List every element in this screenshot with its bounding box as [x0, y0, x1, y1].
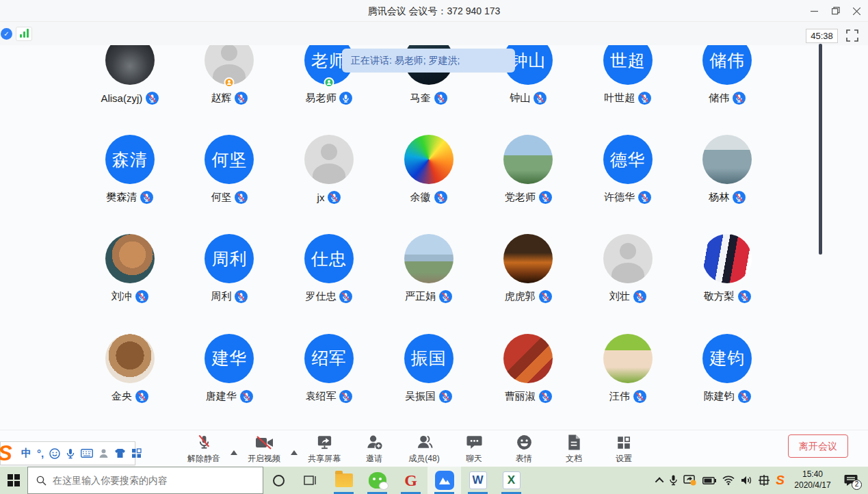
toolbar-docs-button[interactable]: 文档	[555, 433, 593, 465]
vertical-scrollbar[interactable]	[819, 44, 822, 255]
toolbar-video-caret[interactable]	[291, 450, 298, 455]
ime-punctuation-toggle[interactable]: °,	[37, 447, 44, 459]
participant-tile[interactable]: 绍军袁绍军	[279, 334, 379, 430]
ime-emoji-icon[interactable]	[49, 448, 60, 459]
close-button[interactable]	[845, 0, 868, 22]
ime-skin-icon[interactable]	[114, 448, 126, 458]
participant-avatar	[603, 234, 653, 283]
taskbar-sogou-browser[interactable]: G	[394, 467, 428, 494]
taskbar-wechat[interactable]	[360, 467, 394, 494]
participant-name: 许德华	[604, 191, 635, 204]
participant-tile[interactable]: 建华唐建华	[180, 334, 280, 430]
ime-voice-icon[interactable]	[66, 448, 75, 459]
avatar-initials: 绍军	[311, 347, 347, 369]
participant-tile[interactable]: 余徽	[379, 135, 479, 234]
participant-name: 何坚	[211, 191, 231, 204]
fullscreen-button[interactable]	[846, 29, 858, 42]
taskbar-clock[interactable]: 15:40 2020/4/17	[791, 469, 834, 491]
participant-tile[interactable]: 杨林	[678, 135, 778, 234]
unmute-icon	[196, 433, 213, 452]
participant-tile[interactable]: 汪伟	[578, 334, 678, 430]
participant-tile[interactable]: 严正娟	[379, 234, 479, 333]
taskbar-file-explorer[interactable]	[327, 467, 360, 494]
ime-account-icon[interactable]	[98, 448, 109, 458]
participant-tile[interactable]: 曹丽淑	[478, 334, 578, 430]
participant-tile[interactable]: 建钧陈建钧	[678, 334, 778, 430]
wifi-icon[interactable]	[722, 476, 735, 485]
participant-tile[interactable]: 振国吴振国	[379, 334, 479, 430]
participant-tile[interactable]: 周利周利	[180, 234, 280, 333]
taskbar-word[interactable]: W	[461, 467, 495, 494]
volume-icon[interactable]	[741, 476, 752, 485]
mic-muted-icon	[733, 191, 746, 204]
participant-name-row: 曹丽淑	[505, 390, 552, 403]
network-signal-icon[interactable]	[16, 27, 32, 41]
taskbar-search[interactable]	[27, 467, 263, 494]
participant-tile[interactable]: 森清樊森清	[80, 135, 180, 234]
start-button[interactable]	[0, 467, 27, 494]
participant-name-row: 金央	[111, 390, 148, 403]
participant-name-row: 周利	[211, 290, 248, 303]
tray-microphone-icon[interactable]	[670, 475, 677, 486]
participant-tile[interactable]: 德华许德华	[578, 135, 678, 234]
participant-tile[interactable]: 世超叶世超	[578, 45, 678, 135]
avatar-photo	[404, 135, 453, 184]
mic-muted-icon	[235, 191, 248, 204]
participant-name: 吴振国	[405, 390, 436, 403]
participant-tile[interactable]: 何坚何坚	[180, 135, 280, 234]
taskbar-tencent-meeting[interactable]	[428, 467, 461, 494]
participant-tile[interactable]: 党老师	[478, 135, 578, 234]
toolbar-share-button[interactable]: 共享屏幕	[305, 433, 343, 465]
minimize-button[interactable]	[802, 0, 826, 22]
participant-tile[interactable]: 刘壮	[578, 234, 678, 333]
sogou-logo-icon[interactable]: S	[0, 442, 12, 465]
toolbar-invite-button[interactable]: 邀请	[355, 433, 393, 465]
maximize-icon	[832, 7, 840, 15]
participant-tile[interactable]: 赵辉	[180, 45, 280, 135]
tray-display-share-icon[interactable]	[683, 475, 696, 486]
ime-indicator-icon[interactable]	[759, 475, 770, 486]
tray-sogou-icon[interactable]: S	[776, 473, 785, 488]
action-center-button[interactable]: 2	[841, 467, 861, 494]
tray-chevron-up-icon[interactable]	[657, 478, 663, 484]
avatar-placeholder-icon	[304, 135, 354, 184]
toolbar-unmute-button[interactable]: 解除静音	[185, 433, 223, 465]
leave-meeting-button[interactable]: 离开会议	[788, 434, 848, 458]
toolbar-settings-button[interactable]: 设置	[605, 433, 643, 465]
mic-muted-icon	[434, 92, 447, 105]
toolbar-emoji-button[interactable]: 表情	[505, 433, 543, 465]
participant-tile[interactable]: 储伟储伟	[678, 45, 778, 135]
participant-tile[interactable]: jx	[279, 135, 379, 234]
participant-name-row: 刘壮	[609, 290, 646, 303]
mic-muted-icon	[633, 390, 646, 403]
participant-name-row: 余徽	[410, 191, 447, 204]
search-input[interactable]	[53, 475, 244, 486]
ime-mode-toggle[interactable]: 中	[21, 447, 31, 460]
participant-tile[interactable]: 虎虎郭	[478, 234, 578, 333]
participant-avatar	[603, 334, 653, 383]
maximize-button[interactable]	[824, 0, 847, 22]
participant-name: 罗仕忠	[305, 290, 336, 303]
cortana-button[interactable]	[263, 467, 293, 494]
task-view-button[interactable]	[295, 467, 324, 494]
ime-toolbox-icon[interactable]	[131, 448, 142, 458]
toolbar-unmute-caret[interactable]	[231, 450, 237, 455]
toolbar-members-button[interactable]: 成员(48)	[405, 433, 443, 465]
participant-tile[interactable]: 敬方梨	[678, 234, 778, 333]
participant-name-row: jx	[317, 191, 341, 204]
participant-tile[interactable]: 刘冲	[80, 234, 180, 333]
participant-tile[interactable]: 金央	[80, 334, 180, 430]
ime-keyboard-icon[interactable]	[81, 449, 93, 458]
meeting-security-icon[interactable]: ✓	[1, 28, 12, 40]
participant-name-row: 马奎	[410, 92, 447, 105]
toolbar-chat-button[interactable]: 聊天	[455, 433, 493, 465]
toolbar-label: 共享屏幕	[308, 453, 341, 465]
taskbar-excel[interactable]: X	[495, 467, 528, 494]
toolbar-video-button[interactable]: 开启视频	[245, 433, 283, 465]
participant-tile[interactable]: Alisa(zyj)	[80, 45, 180, 135]
participant-avatar	[503, 234, 553, 283]
speaking-toast: 正在讲话: 易老师; 罗建洪;	[342, 49, 515, 73]
battery-icon[interactable]	[702, 477, 716, 484]
participant-tile[interactable]: 仕忠罗仕忠	[279, 234, 379, 333]
participant-name: 唐建华	[206, 390, 237, 403]
